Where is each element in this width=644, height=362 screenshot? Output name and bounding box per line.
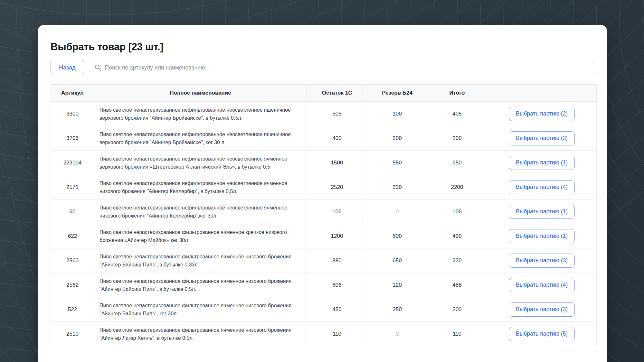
product-name-cell: Пиво светлое непастеризованное фильтрова… — [94, 322, 307, 346]
reserve-b24-cell: 320 — [367, 175, 427, 200]
column-header-article: Артикул — [51, 85, 94, 102]
article-cell: 60 — [51, 200, 94, 224]
table-body: 3300 Пиво светлое непастеризованное нефи… — [51, 102, 597, 346]
article-cell: 223104 — [51, 151, 94, 175]
action-cell: Выбрать партию (2) — [487, 102, 597, 126]
article-cell: 622 — [51, 224, 94, 248]
total-cell: 230 — [427, 248, 487, 273]
action-cell: Выбрать партию (1) — [487, 151, 597, 175]
stock-1c-cell: 450 — [307, 297, 367, 322]
article-cell: 3706 — [51, 126, 94, 151]
select-batch-button[interactable]: Выбрать партию (5) — [509, 327, 575, 341]
column-header-total: Итого — [427, 85, 487, 102]
product-name-cell: Пиво светлое непастеризованное фильтрова… — [94, 248, 307, 273]
action-cell: Выбрать партию (3) — [487, 126, 597, 151]
stock-1c-cell: 1200 — [307, 224, 367, 248]
select-batch-button[interactable]: Выбрать партию (4) — [509, 278, 575, 292]
table-row: 622 Пиво светлое непастеризованное фильт… — [51, 224, 597, 248]
stock-1c-cell: 110 — [307, 322, 367, 346]
product-name-cell: Пиво светлое непастеризованное нефильтро… — [94, 151, 307, 175]
action-cell: Выбрать партию (4) — [487, 175, 597, 200]
page-background: { "page": { "title": "Выбрать товар [23 … — [0, 0, 644, 362]
table-row: 2571 Пиво светлое непастеризованное нефи… — [51, 175, 597, 200]
product-name-cell: Пиво светлое непастеризованное нефильтро… — [94, 175, 307, 200]
stock-1c-cell: 106 — [307, 200, 367, 224]
total-cell: 486 — [427, 273, 487, 297]
reserve-b24-cell: 800 — [367, 224, 427, 248]
column-header-reserve-b24: Резерв Б24 — [367, 85, 427, 102]
table-header-row: Артикул Полное наименование Остаток 1С Р… — [51, 85, 597, 102]
total-cell: 110 — [427, 322, 487, 346]
total-cell: 950 — [427, 151, 487, 175]
select-batch-button[interactable]: Выбрать партию (3) — [509, 302, 575, 317]
total-cell: 200 — [427, 126, 487, 151]
table-row: 2510 Пиво светлое непастеризованное филь… — [51, 322, 597, 346]
action-cell: Выбрать партию (4) — [487, 273, 597, 297]
table-row: 3300 Пиво светлое непастеризованное нефи… — [51, 102, 597, 126]
article-cell: 2571 — [51, 175, 94, 200]
stock-1c-cell: 880 — [307, 248, 367, 273]
article-cell: 2510 — [51, 322, 94, 346]
column-header-actions — [487, 85, 597, 102]
action-cell: Выбрать партию (3) — [487, 248, 597, 273]
column-header-stock-1c: Остаток 1С — [307, 85, 367, 102]
reserve-b24-cell: 120 — [367, 273, 427, 297]
reserve-b24-cell: 250 — [367, 297, 427, 322]
select-batch-button[interactable]: Выбрать партию (3) — [509, 254, 575, 268]
table-row: 2560 Пиво светлое непастеризованное филь… — [51, 248, 597, 273]
table-row: 223104 Пиво светлое непастеризованное не… — [51, 151, 597, 175]
stock-1c-cell: 400 — [307, 126, 367, 151]
reserve-b24-cell: 0 — [367, 200, 427, 224]
total-cell: 2200 — [427, 175, 487, 200]
select-batch-button[interactable]: Выбрать партию (1) — [509, 229, 575, 243]
reserve-b24-cell: 650 — [367, 248, 427, 273]
article-cell: 2560 — [51, 248, 94, 273]
stock-1c-cell: 606 — [307, 273, 367, 297]
select-batch-button[interactable]: Выбрать партию (2) — [509, 107, 575, 121]
action-cell: Выбрать партию (1) — [487, 224, 597, 248]
back-button[interactable]: Назад — [51, 60, 84, 75]
total-cell: 106 — [427, 200, 487, 224]
product-name-cell: Пиво светлое непастеризованное нефильтро… — [94, 126, 307, 151]
column-header-name: Полное наименование — [94, 85, 307, 102]
stock-1c-cell: 505 — [307, 102, 367, 126]
table-row: 2562 Пиво светлое непастеризованное филь… — [51, 273, 597, 297]
total-cell: 400 — [427, 224, 487, 248]
action-cell: Выбрать партию (5) — [487, 322, 597, 346]
product-name-cell: Пиво светлое непастеризованное фильтрова… — [94, 224, 307, 248]
article-cell: 522 — [51, 297, 94, 322]
total-cell: 405 — [427, 102, 487, 126]
toolbar: Назад — [51, 60, 594, 75]
article-cell: 2562 — [51, 273, 94, 297]
action-cell: Выбрать партию (3) — [487, 297, 597, 322]
reserve-b24-cell: 100 — [367, 102, 427, 126]
table-row: 3706 Пиво светлое непастеризованное нефи… — [51, 126, 597, 151]
table-row: 60 Пиво светлое непастеризованное нефиль… — [51, 200, 597, 224]
reserve-b24-cell: 200 — [367, 126, 427, 151]
page-title: Выбрать товар [23 шт.] — [51, 41, 594, 53]
search-input[interactable] — [90, 60, 594, 75]
stock-1c-cell: 2520 — [307, 175, 367, 200]
select-batch-button[interactable]: Выбрать партию (3) — [509, 131, 575, 145]
product-name-cell: Пиво светлое непастеризованное фильтрова… — [94, 297, 307, 322]
products-table: Артикул Полное наименование Остаток 1С Р… — [51, 84, 597, 346]
select-batch-button[interactable]: Выбрать партию (4) — [509, 180, 575, 194]
select-batch-button[interactable]: Выбрать партию (1) — [509, 205, 575, 219]
action-cell: Выбрать партию (1) — [487, 200, 597, 224]
select-batch-button[interactable]: Выбрать партию (1) — [509, 156, 575, 170]
total-cell: 200 — [427, 297, 487, 322]
product-name-cell: Пиво светлое непастеризованное нефильтро… — [94, 102, 307, 126]
product-name-cell: Пиво светлое непастеризованное нефильтро… — [94, 200, 307, 224]
reserve-b24-cell: 0 — [367, 322, 427, 346]
magnifier-icon — [94, 64, 101, 71]
article-cell: 3300 — [51, 102, 94, 126]
stock-1c-cell: 1500 — [307, 151, 367, 175]
product-name-cell: Пиво светлое непастеризованное фильтрова… — [94, 273, 307, 297]
table-row: 522 Пиво светлое непастеризованное фильт… — [51, 297, 597, 322]
search-field-wrapper — [90, 60, 594, 75]
reserve-b24-cell: 550 — [367, 151, 427, 175]
product-select-modal: Выбрать товар [23 шт.] Назад Артикул Пол… — [38, 25, 607, 362]
